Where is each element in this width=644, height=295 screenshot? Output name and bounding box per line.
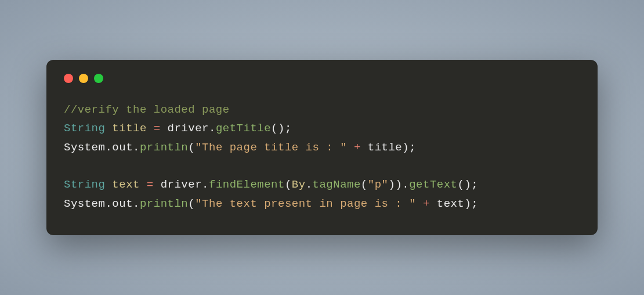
- type-keyword: String: [64, 122, 105, 135]
- dot: .: [402, 178, 409, 191]
- variable: text: [112, 178, 140, 191]
- maximize-icon[interactable]: [94, 74, 103, 83]
- dot: .: [105, 197, 112, 210]
- class: By: [292, 178, 306, 191]
- paren-open: (: [188, 197, 195, 210]
- paren-close: )): [388, 178, 402, 191]
- string-literal: "The page title is : ": [195, 141, 347, 154]
- object: driver: [168, 122, 209, 135]
- operator: +: [347, 141, 368, 154]
- object: System: [64, 141, 105, 154]
- method: tagName: [313, 178, 361, 191]
- string-literal: "The text present in page is : ": [195, 197, 416, 210]
- method: findElement: [209, 178, 285, 191]
- dot: .: [202, 178, 209, 191]
- object: driver: [161, 178, 202, 191]
- paren-close: );: [402, 141, 416, 154]
- method: getText: [409, 178, 457, 191]
- operator: =: [147, 122, 168, 135]
- variable: text: [437, 197, 465, 210]
- object: out: [112, 141, 133, 154]
- operator: =: [140, 178, 161, 191]
- method: println: [140, 141, 188, 154]
- object: out: [112, 197, 133, 210]
- method: println: [140, 197, 188, 210]
- object: System: [64, 197, 105, 210]
- code-block: //verify the loaded page String title = …: [64, 100, 580, 213]
- window-controls: [64, 74, 580, 83]
- paren-close: ();: [458, 178, 479, 191]
- paren-close: );: [464, 197, 478, 210]
- dot: .: [306, 178, 313, 191]
- dot: .: [133, 141, 140, 154]
- paren-open: (: [361, 178, 368, 191]
- minimize-icon[interactable]: [79, 74, 88, 83]
- operator: +: [416, 197, 437, 210]
- variable: title: [368, 141, 403, 154]
- string-literal: "p": [368, 178, 389, 191]
- paren-open: (: [285, 178, 292, 191]
- method: getTitle: [216, 122, 271, 135]
- paren-open: (: [188, 141, 195, 154]
- comment-line: //verify the loaded page: [64, 103, 230, 116]
- close-icon[interactable]: [64, 74, 73, 83]
- dot: .: [105, 141, 112, 154]
- variable: title: [112, 122, 147, 135]
- dot: .: [209, 122, 216, 135]
- code-window: //verify the loaded page String title = …: [46, 60, 598, 235]
- paren: ();: [271, 122, 292, 135]
- dot: .: [133, 197, 140, 210]
- type-keyword: String: [64, 178, 105, 191]
